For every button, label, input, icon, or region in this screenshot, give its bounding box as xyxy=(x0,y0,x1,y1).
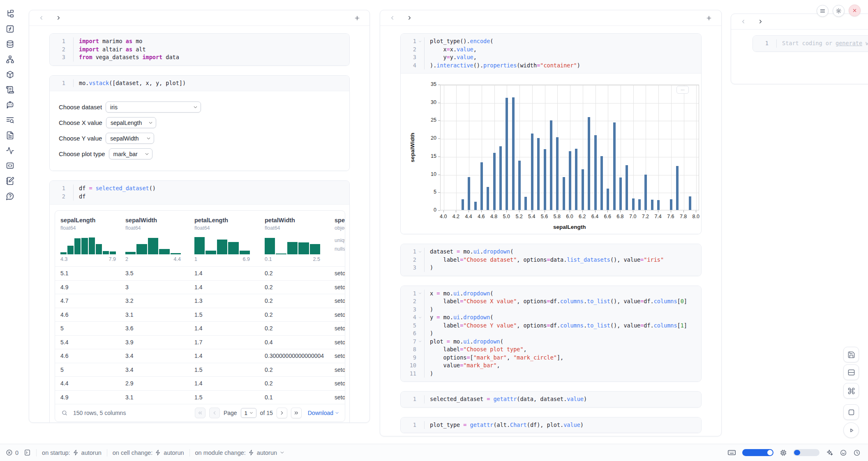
code-editor[interactable]: 1dataset = mo.ui.dropdown(2 label="Choos… xyxy=(401,244,701,276)
dropdown-choose-x-value[interactable]: sepalLength xyxy=(106,117,156,128)
column-header-sepalWidth[interactable]: sepalWidthfloat6424.4 xyxy=(125,217,194,262)
column-header-sepalLength[interactable]: sepalLengthfloat644.37.9 xyxy=(60,217,125,262)
generate-with-ai-link[interactable]: generate xyxy=(836,40,862,46)
code-editor[interactable]: 1x = mo.ui.dropdown(2 label="Choose X va… xyxy=(401,286,701,382)
sidebar-item-documentation[interactable] xyxy=(5,131,14,140)
nav-forward-button[interactable] xyxy=(55,15,62,21)
table-row[interactable]: 4.93.11.50.1setosa xyxy=(55,390,345,404)
dropdown-choose-plot-type[interactable]: mark_bar xyxy=(109,148,152,159)
table-row[interactable]: 5.13.51.40.2setosa xyxy=(55,266,345,280)
table-row[interactable]: 4.63.11.50.2setosa xyxy=(55,308,345,322)
nav-back-button[interactable] xyxy=(389,15,395,21)
chart-menu-button[interactable] xyxy=(676,86,689,94)
code-line-text[interactable]: ).interactive().properties(width="contai… xyxy=(424,62,580,70)
save-button[interactable] xyxy=(843,347,859,362)
code-editor[interactable]: 1import marimo as mo2import altair as al… xyxy=(50,34,349,65)
previous-page-button[interactable] xyxy=(209,408,220,418)
code-editor[interactable]: 1df = selected_dataset()2df xyxy=(50,181,349,204)
code-line-text[interactable]: import altair as alt xyxy=(73,46,146,54)
console-button[interactable] xyxy=(843,404,859,420)
table-row[interactable]: 53.61.40.2setosa xyxy=(55,321,345,335)
next-page-button[interactable] xyxy=(277,408,287,418)
run-button[interactable] xyxy=(843,422,859,438)
history-icon[interactable] xyxy=(853,449,861,456)
code-line-text[interactable]: import marimo as mo xyxy=(73,37,142,46)
code-editor[interactable]: 1plot_type().encode(2 x=x.value,3 y=y.va… xyxy=(401,34,701,73)
runtime-config-1[interactable]: on cell change:autorun xyxy=(113,449,184,456)
code-editor[interactable]: 1selected_dataset = getattr(data, datase… xyxy=(401,392,701,407)
menu-button[interactable] xyxy=(817,5,829,17)
table-row[interactable]: 5.43.91.70.4setosa xyxy=(55,335,345,349)
sidebar-item-snippets[interactable] xyxy=(5,161,14,170)
fold-toggle-icon[interactable] xyxy=(416,248,423,256)
code-line-text[interactable]: label="Choose X value", options=df.colum… xyxy=(424,297,687,306)
download-button[interactable]: Download xyxy=(308,410,339,416)
page-select[interactable]: 1 xyxy=(241,408,256,418)
altair-chart[interactable]: 051015202530354.04.24.44.64.85.05.25.45.… xyxy=(401,74,701,234)
sidebar-item-dependencies[interactable] xyxy=(5,55,14,64)
connection-toggle[interactable] xyxy=(742,449,773,456)
nav-back-button[interactable] xyxy=(740,18,746,25)
terminal-button[interactable] xyxy=(24,449,31,456)
code-line-text[interactable]: from vega_datasets import data xyxy=(73,53,179,62)
feedback-icon[interactable] xyxy=(840,449,847,456)
sidebar-item-datasources[interactable] xyxy=(5,39,14,48)
first-page-button[interactable] xyxy=(195,408,205,418)
errors-indicator[interactable]: 0 xyxy=(6,449,18,456)
last-page-button[interactable] xyxy=(291,408,302,418)
sidebar-item-functions[interactable] xyxy=(5,24,14,33)
code-line-text[interactable]: df xyxy=(73,193,85,201)
dropdown-choose-dataset[interactable]: iris xyxy=(106,101,201,113)
code-line-text[interactable]: df = selected_dataset() xyxy=(73,184,156,193)
nav-back-button[interactable] xyxy=(38,15,44,21)
panel-layout-button[interactable] xyxy=(843,364,859,380)
fold-toggle-icon[interactable] xyxy=(416,37,423,46)
close-button[interactable] xyxy=(849,5,861,16)
code-line-text[interactable]: selected_dataset = getattr(data, dataset… xyxy=(424,395,587,403)
code-line-text[interactable]: label="Choose Y value", options=df.colum… xyxy=(424,322,687,330)
column-header-species[interactable]: speciesobjectunique:nulls: xyxy=(335,217,345,262)
code-line-text[interactable]: label="Choose dataset", options=data.lis… xyxy=(424,256,664,264)
code-line-text[interactable]: dataset = mo.ui.dropdown( xyxy=(424,248,513,256)
sidebar-item-file-explorer[interactable] xyxy=(5,9,14,18)
sidebar-item-tracing[interactable] xyxy=(5,146,14,155)
runtime-config-2[interactable]: on module change:autorun xyxy=(195,449,285,456)
code-line-text[interactable]: plot_type().encode( xyxy=(424,37,493,46)
code-line-text[interactable]: y=y.value, xyxy=(424,53,477,62)
sidebar-item-search-logs[interactable] xyxy=(5,115,14,124)
column-header-petalLength[interactable]: petalLengthfloat6416.9 xyxy=(194,217,265,262)
search-icon[interactable] xyxy=(61,410,68,416)
code-line-text[interactable]: options=["mark_bar", "mark_circle"], xyxy=(424,354,563,362)
fold-toggle-icon[interactable] xyxy=(416,313,423,322)
code-line-text[interactable]: label="Choose plot type", xyxy=(424,346,527,354)
code-line-text[interactable]: ) xyxy=(424,330,433,338)
code-line-text[interactable]: value="mark_bar", xyxy=(424,362,500,370)
settings-button[interactable] xyxy=(833,5,845,17)
add-cell-button[interactable] xyxy=(706,15,712,21)
table-row[interactable]: 53.41.50.2setosa xyxy=(55,363,345,377)
dropdown-choose-y-value[interactable]: sepalWidth xyxy=(106,133,154,144)
sidebar-item-scratchpad[interactable] xyxy=(5,176,14,185)
code-line-text[interactable]: plot_type = getattr(alt.Chart(df), plot.… xyxy=(424,421,584,429)
code-line-text[interactable]: plot = mo.ui.dropdown( xyxy=(424,338,503,346)
code-line-text[interactable]: ) xyxy=(424,264,433,272)
sidebar-item-ai-chat[interactable] xyxy=(5,100,14,109)
shortcuts-button[interactable] xyxy=(843,383,859,399)
code-line-text[interactable]: ) xyxy=(424,306,433,314)
keyboard-icon[interactable] xyxy=(727,448,736,457)
editor-placeholder[interactable]: Start coding or generate with AI xyxy=(776,39,868,48)
sidebar-item-packages[interactable] xyxy=(5,70,14,79)
add-cell-button[interactable] xyxy=(354,15,360,21)
table-row[interactable]: 4.931.40.2setosa xyxy=(55,280,345,294)
code-line-text[interactable]: x = mo.ui.dropdown( xyxy=(424,290,494,298)
fold-toggle-icon[interactable] xyxy=(416,338,423,346)
nav-forward-button[interactable] xyxy=(757,18,764,25)
table-row[interactable]: 4.42.91.40.2setosa xyxy=(55,376,345,390)
code-line-text[interactable]: x=x.value, xyxy=(424,46,477,54)
nav-forward-button[interactable] xyxy=(406,15,413,21)
fold-toggle-icon[interactable] xyxy=(416,290,423,298)
code-editor[interactable]: 1mo.vstack([dataset, x, y, plot]) xyxy=(50,76,349,91)
sidebar-item-logs[interactable] xyxy=(5,85,14,94)
column-header-petalWidth[interactable]: petalWidthfloat640.12.5 xyxy=(265,217,335,262)
table-row[interactable]: 4.63.41.40.30000000000000004setosa xyxy=(55,349,345,363)
